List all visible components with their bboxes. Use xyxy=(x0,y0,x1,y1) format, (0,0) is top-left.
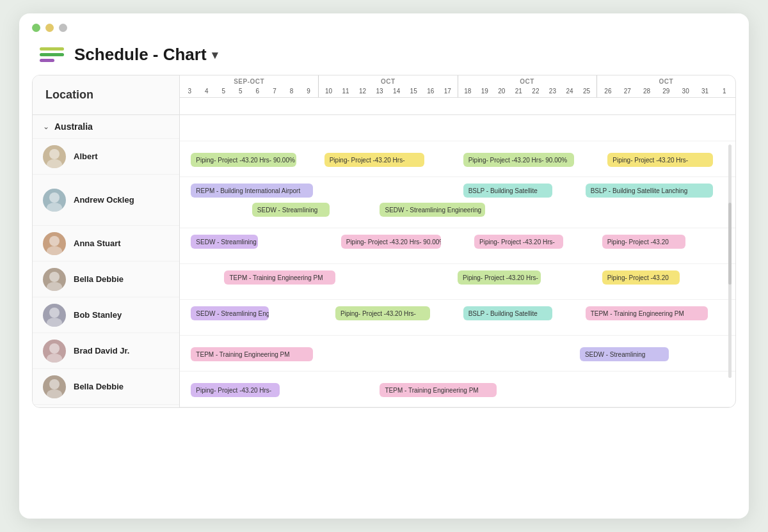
title-text: Schedule - Chart xyxy=(74,45,207,65)
gantt-bar[interactable]: SEDW - Streamlining xyxy=(580,347,669,361)
gantt-bar[interactable]: SEDW - Streamlining xyxy=(252,203,330,217)
gantt-bar[interactable]: Piping- Project -43.20 Hrs- xyxy=(607,153,713,167)
day-number: 26 xyxy=(603,88,613,95)
day-number: 4 xyxy=(202,88,212,95)
gantt-bar[interactable]: Piping- Project -43.20 Hrs- xyxy=(324,153,424,167)
day-number: 30 xyxy=(680,88,691,95)
group-header[interactable]: ⌄ Australia xyxy=(33,115,179,139)
day-number: 18 xyxy=(463,88,473,95)
month-label: OCT xyxy=(319,75,457,86)
day-number: 6 xyxy=(252,88,262,95)
day-number: 29 xyxy=(661,88,671,95)
days-row: 1011121314151617 xyxy=(319,86,457,97)
person-row: Bob Stanley xyxy=(33,297,179,333)
logo-icon xyxy=(40,47,64,62)
gantt-bar[interactable]: SEDW - Streamlining Engineer- xyxy=(191,306,269,320)
group-label: Australia xyxy=(54,121,93,132)
avatar xyxy=(43,268,66,291)
collapse-icon[interactable]: ⌄ xyxy=(43,122,49,131)
gantt-bar[interactable]: Piping- Project -43.20 xyxy=(602,235,685,249)
gantt-bar[interactable]: Piping- Project -43.20 Hrs- xyxy=(458,270,541,285)
gantt-bar[interactable]: SEDW - Streamlining xyxy=(191,235,257,249)
days-row: 2627282930311 xyxy=(597,86,735,97)
gantt-bar[interactable]: BSLP - Building Satellite Lanching xyxy=(586,184,714,198)
svg-point-11 xyxy=(47,354,62,363)
day-number: 11 xyxy=(340,88,351,95)
month-group: SEP-OCT34556789 xyxy=(180,75,319,97)
day-number: 27 xyxy=(622,88,632,95)
day-number: 19 xyxy=(479,88,490,95)
dot-green[interactable] xyxy=(32,24,40,32)
svg-point-13 xyxy=(47,389,62,398)
chevron-down-icon[interactable]: ▾ xyxy=(212,48,218,62)
avatar xyxy=(43,189,66,212)
day-number: 24 xyxy=(564,88,575,95)
day-number: 14 xyxy=(392,88,402,95)
gantt-bar[interactable]: SEDW - Streamlining Engineering xyxy=(380,203,485,217)
gantt-column: Piping- Project -43.20 Hrs- 90.00%Piping… xyxy=(180,115,735,407)
chart-container: Location SEP-OCT34556789OCT1011121314151… xyxy=(32,75,736,408)
day-number: 21 xyxy=(513,88,524,95)
person-name: Bella Debbie xyxy=(74,274,124,284)
gantt-bar[interactable]: Piping- Project -43.20 Hrs- xyxy=(191,383,280,397)
gantt-bar[interactable]: TEPM - Training Engineering PM xyxy=(380,383,496,397)
day-number: 7 xyxy=(269,88,280,95)
person-row: Brad David Jr. xyxy=(33,333,179,369)
chart-header: Location SEP-OCT34556789OCT1011121314151… xyxy=(33,75,735,115)
svg-point-1 xyxy=(47,159,62,168)
month-label: SEP-OCT xyxy=(180,75,318,86)
svg-point-7 xyxy=(47,282,62,291)
gantt-bar[interactable]: TEPM - Training Engineering PM xyxy=(191,347,313,361)
day-number: 28 xyxy=(642,88,652,95)
gantt-row: Piping- Project -43.20 Hrs-TEPM - Traini… xyxy=(180,372,735,407)
gantt-bar[interactable]: TEPM - Training Engineering PM xyxy=(586,306,708,320)
logo-bar-3 xyxy=(40,59,54,62)
day-number: 3 xyxy=(184,88,195,95)
timeline-header: SEP-OCT34556789OCT1011121314151617OCT181… xyxy=(180,75,735,114)
dot-gray[interactable] xyxy=(59,24,67,32)
gantt-bar[interactable]: REPM - Building International Airport xyxy=(191,184,313,198)
gantt-bar[interactable]: Piping- Project -43.20 Hrs- 90.00% xyxy=(191,153,296,167)
gantt-bar[interactable]: Piping- Project -43.20 Hrs- xyxy=(335,306,430,320)
svg-point-0 xyxy=(49,149,60,159)
day-number: 5 xyxy=(236,88,246,95)
person-name: Bob Stanley xyxy=(74,310,122,320)
day-number: 12 xyxy=(358,88,368,95)
gantt-row: Piping- Project -43.20 Hrs- 90.00%Piping… xyxy=(180,141,735,177)
gantt-bar[interactable]: Piping- Project -43.20 Hrs- 90.00% xyxy=(341,235,441,249)
day-number: 17 xyxy=(442,88,452,95)
gantt-bar[interactable]: Piping- Project -43.20 xyxy=(602,270,680,285)
svg-point-12 xyxy=(49,379,60,389)
people-list: Albert Andrew Ockleg Anna Stuart Bella D… xyxy=(33,139,179,405)
gantt-bar[interactable]: BSLP - Building Satellite xyxy=(463,184,552,198)
person-name: Andrew Ockleg xyxy=(74,195,134,205)
day-number: 15 xyxy=(408,88,419,95)
person-name: Bella Debbie xyxy=(74,382,124,391)
gantt-bar[interactable]: TEPM - Training Engineering PM xyxy=(224,270,335,285)
svg-point-8 xyxy=(49,308,60,318)
person-row: Anna Stuart xyxy=(33,226,179,262)
gantt-rows: Piping- Project -43.20 Hrs- 90.00%Piping… xyxy=(180,141,735,407)
logo-bar-1 xyxy=(40,47,64,51)
day-number: 13 xyxy=(374,88,385,95)
main-window: Schedule - Chart ▾ Location SEP-OCT34556… xyxy=(19,13,749,519)
location-column-header: Location xyxy=(33,75,180,114)
dot-yellow[interactable] xyxy=(45,24,54,32)
gantt-row: TEPM - Training Engineering PMPiping- Pr… xyxy=(180,264,735,300)
svg-point-9 xyxy=(47,318,62,327)
day-number: 31 xyxy=(700,88,710,95)
gantt-bar[interactable]: Piping- Project -43.20 Hrs- 90.00% xyxy=(463,153,575,167)
svg-point-10 xyxy=(49,343,60,354)
month-label: OCT xyxy=(597,75,735,86)
group-spacer xyxy=(180,115,735,141)
gantt-bar[interactable]: Piping- Project -43.20 Hrs- xyxy=(474,235,563,249)
avatar xyxy=(43,304,66,327)
month-group: OCT2627282930311 xyxy=(597,75,735,97)
avatar xyxy=(43,340,66,363)
gantt-bar[interactable]: BSLP - Building Satellite xyxy=(463,306,552,320)
day-number: 25 xyxy=(581,88,591,95)
person-name: Brad David Jr. xyxy=(74,346,129,356)
person-row: Bella Debbie xyxy=(33,262,179,297)
day-number: 22 xyxy=(531,88,541,95)
header: Schedule - Chart ▾ xyxy=(19,37,749,75)
